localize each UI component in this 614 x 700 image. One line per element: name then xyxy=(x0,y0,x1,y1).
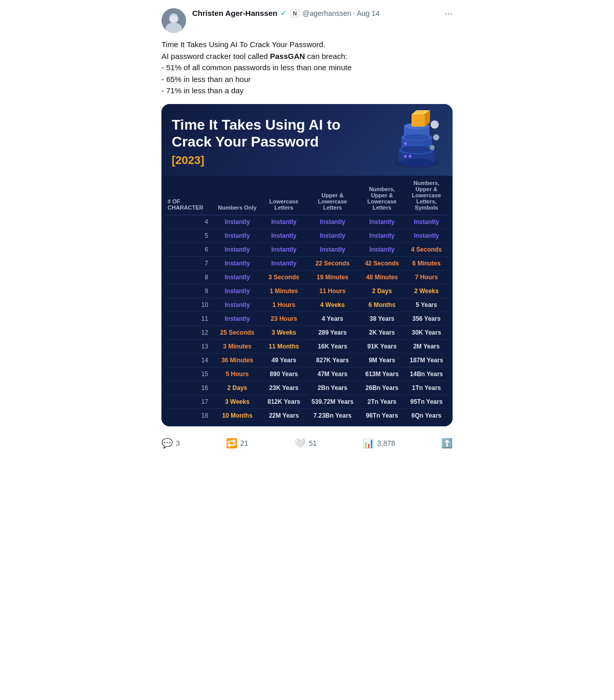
cell-col1: 36 Minutes xyxy=(212,354,262,367)
svg-rect-3 xyxy=(170,15,178,23)
svg-point-18 xyxy=(433,134,439,140)
table-row: 1225 Seconds3 Weeks289 Years2K Years30K … xyxy=(166,326,448,340)
cell-col5: 1Tn Years xyxy=(404,381,448,395)
cell-col5: Instantly xyxy=(404,229,448,243)
cell-col2: 49 Years xyxy=(262,354,305,367)
cell-col3: 16K Years xyxy=(305,340,359,354)
cell-chars: 13 xyxy=(166,340,212,354)
cell-col3: 47M Years xyxy=(305,367,359,381)
views-count: 3,878 xyxy=(377,439,395,447)
cell-col4: 2Tn Years xyxy=(359,395,404,409)
share-action[interactable]: ⬆️ xyxy=(441,438,453,449)
cell-col2: Instantly xyxy=(262,229,305,243)
cell-col4: 38 Years xyxy=(359,312,404,326)
cell-col4: 42 Seconds xyxy=(359,257,404,271)
cell-col2: 3 Seconds xyxy=(262,271,305,284)
cell-col3: Instantly xyxy=(305,229,359,243)
cell-col1: 3 Weeks xyxy=(212,395,262,409)
cell-col5: 2M Years xyxy=(404,340,448,354)
cell-col3: 22 Seconds xyxy=(305,257,359,271)
cell-col4: 613M Years xyxy=(359,367,404,381)
table-row: 11Instantly23 Hours4 Years38 Years356 Ye… xyxy=(166,312,448,326)
cell-col3: 539.72M Years xyxy=(305,395,359,409)
cell-col3: Instantly xyxy=(305,215,359,229)
views-action[interactable]: 📊 3,878 xyxy=(363,438,395,449)
cell-col3: 19 Minutes xyxy=(305,271,359,284)
cell-col1: Instantly xyxy=(212,312,262,326)
cell-col5: 6Qn Years xyxy=(404,409,448,423)
cell-chars: 15 xyxy=(166,367,212,381)
svg-point-21 xyxy=(408,155,412,158)
infographic-title: Time It Takes Using AI to Crack Your Pas… xyxy=(172,116,347,168)
cell-col3: 4 Years xyxy=(305,312,359,326)
table-row: 173 Weeks812K Years539.72M Years2Tn Year… xyxy=(166,395,448,409)
views-icon: 📊 xyxy=(363,438,374,449)
cell-col1: 5 Hours xyxy=(212,367,262,381)
cell-col1: 10 Months xyxy=(212,409,262,423)
cell-col5: Instantly xyxy=(404,215,448,229)
cell-col3: 4 Weeks xyxy=(305,298,359,312)
cell-col1: Instantly xyxy=(212,257,262,271)
cell-col1: 25 Seconds xyxy=(212,326,262,340)
tweet-actions: 💬 3 🔁 21 🤍 51 📊 3,878 ⬆️ xyxy=(161,434,453,449)
table-row: 1810 Months22M Years7.23Bn Years96Tn Yea… xyxy=(166,409,448,423)
cell-col4: 2 Days xyxy=(359,284,404,298)
col-header-num-upper-lower: Numbers,Upper &LowercaseLetters xyxy=(359,176,404,215)
svg-rect-14 xyxy=(412,114,425,127)
cell-col1: Instantly xyxy=(212,271,262,284)
table-row: 1436 Minutes49 Years827K Years9M Years18… xyxy=(166,354,448,367)
cell-col4: 26Bn Years xyxy=(359,381,404,395)
svg-point-19 xyxy=(429,145,435,150)
cell-col4: 9M Years xyxy=(359,354,404,367)
cell-col4: 6 Months xyxy=(359,298,404,312)
cell-chars: 14 xyxy=(166,354,212,367)
cell-col2: 23 Hours xyxy=(262,312,305,326)
cell-chars: 10 xyxy=(166,298,212,312)
cell-col5: 30K Years xyxy=(404,326,448,340)
cell-chars: 7 xyxy=(166,257,212,271)
cell-chars: 16 xyxy=(166,381,212,395)
col-header-lowercase: LowercaseLetters xyxy=(262,176,305,215)
user-info: Christen Ager-Hanssen ✓ N @agerhanssen ·… xyxy=(192,8,439,18)
more-button[interactable]: ··· xyxy=(445,8,453,19)
cell-chars: 8 xyxy=(166,271,212,284)
cell-col3: 2Bn Years xyxy=(305,381,359,395)
like-action[interactable]: 🤍 51 xyxy=(294,438,317,449)
svg-point-22 xyxy=(404,142,407,145)
cell-col4: 2K Years xyxy=(359,326,404,340)
col-header-numbers: Numbers Only xyxy=(212,176,262,215)
table-row: 5InstantlyInstantlyInstantlyInstantlyIns… xyxy=(166,229,448,243)
comment-action[interactable]: 💬 3 xyxy=(161,438,180,449)
cell-chars: 9 xyxy=(166,284,212,298)
cell-col1: Instantly xyxy=(212,298,262,312)
cell-col1: Instantly xyxy=(212,215,262,229)
cell-col2: 3 Weeks xyxy=(262,326,305,340)
cell-col2: Instantly xyxy=(262,243,305,257)
retweet-action[interactable]: 🔁 21 xyxy=(226,438,249,449)
table-row: 6InstantlyInstantlyInstantlyInstantly4 S… xyxy=(166,243,448,257)
cell-col2: 1 Hours xyxy=(262,298,305,312)
cell-col2: 812K Years xyxy=(262,395,305,409)
cell-col1: Instantly xyxy=(212,284,262,298)
cell-col3: 827K Years xyxy=(305,354,359,367)
cell-col4: Instantly xyxy=(359,229,404,243)
verified-icon: ✓ xyxy=(280,8,287,18)
retweet-count: 21 xyxy=(240,439,249,447)
n-badge: N xyxy=(290,9,299,17)
cell-col1: 2 Days xyxy=(212,381,262,395)
table-row: 155 Hours890 Years47M Years613M Years14B… xyxy=(166,367,448,381)
cell-col5: 14Bn Years xyxy=(404,367,448,381)
comment-icon: 💬 xyxy=(161,438,173,449)
infographic-card: Time It Takes Using AI to Crack Your Pas… xyxy=(161,104,453,427)
comment-count: 3 xyxy=(176,439,180,447)
cell-col5: 6 Minutes xyxy=(404,257,448,271)
cell-col1: Instantly xyxy=(212,243,262,257)
table-row: 133 Minutes11 Months16K Years91K Years2M… xyxy=(166,340,448,354)
tweet-body: Time It Takes Using AI To Crack Your Pas… xyxy=(161,39,453,97)
table-row: 162 Days23K Years2Bn Years26Bn Years1Tn … xyxy=(166,381,448,395)
avatar xyxy=(161,8,186,33)
ai-graphic-icon xyxy=(376,109,447,171)
share-icon: ⬆️ xyxy=(441,438,453,449)
cell-col2: 890 Years xyxy=(262,367,305,381)
cell-col3: Instantly xyxy=(305,243,359,257)
